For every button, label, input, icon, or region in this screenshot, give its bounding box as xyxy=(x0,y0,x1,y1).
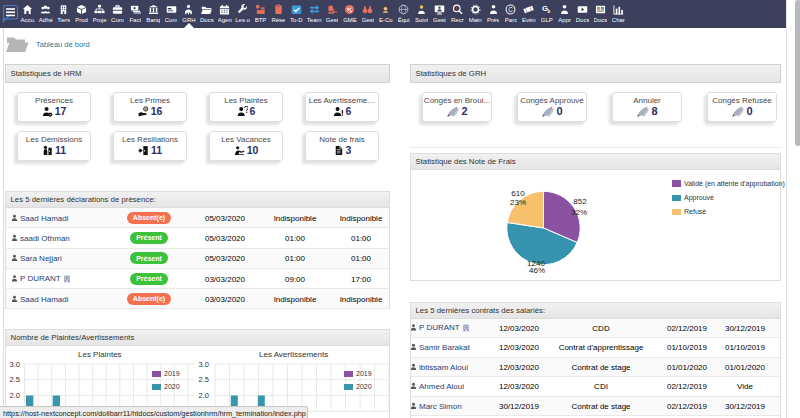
svg-text:2.0: 2.0 xyxy=(199,391,209,400)
svg-text:2.0: 2.0 xyxy=(10,391,20,400)
svg-text:C: C xyxy=(509,5,514,12)
svg-text:46%: 46% xyxy=(529,266,545,275)
svg-text:3.0: 3.0 xyxy=(10,360,20,369)
svg-text:852: 852 xyxy=(573,197,587,206)
svg-text:23%: 23% xyxy=(510,198,526,207)
svg-text:2.5: 2.5 xyxy=(10,375,20,384)
svg-text:32%: 32% xyxy=(571,208,587,217)
svg-text:3.0: 3.0 xyxy=(199,360,209,369)
svg-text:610: 610 xyxy=(511,189,525,198)
svg-text:2.5: 2.5 xyxy=(199,375,209,384)
svg-text:b: b xyxy=(548,8,551,13)
